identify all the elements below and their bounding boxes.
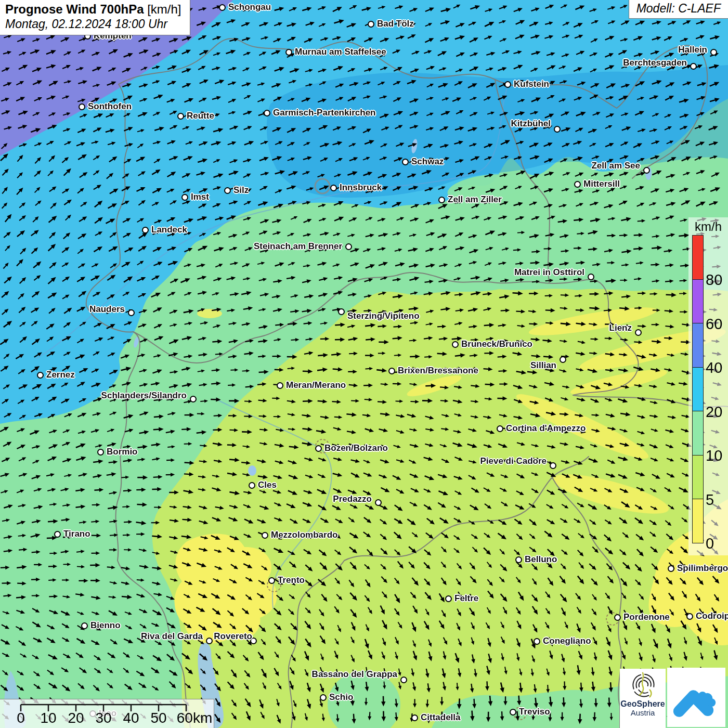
wind-arrow [393,109,404,116]
wind-arrow [638,652,644,662]
wind-arrow [181,67,192,74]
wind-arrow [106,293,116,301]
wind-arrow [320,516,330,524]
wind-arrow [666,472,676,479]
wind-arrow [198,592,209,600]
wind-arrow [230,712,238,721]
wind-arrow [711,575,721,585]
city-label: Sillian [530,360,556,371]
wind-arrow [468,459,477,465]
wind-arrow [545,278,553,282]
wind-arrow [603,503,613,511]
wind-arrow [666,173,676,179]
wind-arrow [1,186,9,195]
city-label: Riva del Garda [141,631,203,642]
wind-arrow [33,96,43,103]
wind-arrow [634,340,643,344]
wind-arrow [215,505,225,511]
wind-arrow [271,82,282,89]
wind-arrow [79,579,88,583]
wind-arrow [198,6,207,12]
wind-arrow [275,698,281,707]
wind-arrow [244,351,254,356]
wind-arrow [183,593,191,599]
wind-arrow [454,385,463,389]
model-label: Modell: C-LAEF [629,0,728,19]
wind-arrow [544,170,555,177]
wind-arrow [244,711,252,722]
wind-arrow [604,592,612,600]
wind-arrow [606,625,613,633]
wind-arrow [62,127,71,133]
wind-arrow [305,68,314,73]
wind-arrow [497,66,507,72]
wind-arrow [93,169,101,176]
wind-arrow [64,473,72,478]
wind-arrow [471,399,479,404]
wind-arrow [467,126,478,133]
wind-arrow [184,472,194,476]
wind-arrow [228,578,238,585]
wind-arrow [106,172,115,180]
wind-arrow [501,246,510,252]
wind-arrow [558,575,567,585]
wind-arrow [632,141,643,149]
wind-arrow [664,125,673,132]
wind-arrow [607,458,616,465]
wind-arrow [512,351,523,357]
wind-arrow [696,168,706,175]
wind-arrow [486,638,492,647]
wind-arrow [181,48,192,56]
wind-arrow [63,563,71,566]
wind-arrow [272,562,283,572]
wind-arrow [287,140,296,147]
wind-arrow [320,337,330,341]
wind-arrow [544,396,554,403]
wind-arrow [19,335,29,344]
wind-arrow [617,397,629,404]
wind-arrow [319,231,329,237]
wind-arrow [483,532,491,539]
wind-arrow [212,474,220,478]
wind-arrow [515,169,526,176]
wind-arrow [166,139,176,146]
wind-arrow [31,578,40,582]
wind-arrow [680,199,691,207]
wind-arrow [439,125,449,133]
wind-arrow [273,622,283,632]
wind-arrow [652,215,660,221]
wind-arrow [543,141,553,148]
wind-arrow [679,233,690,239]
wind-arrow [288,680,295,691]
wind-arrow [575,294,583,298]
wind-arrow [394,652,399,660]
wind-arrow [576,351,586,357]
wind-arrow [181,366,191,372]
wind-arrow [563,681,567,690]
wind-arrow [227,471,238,477]
wind-arrow [439,263,449,268]
wind-arrow [166,215,176,223]
wind-arrow [48,681,59,691]
wind-arrow [637,396,646,402]
wind-arrow [136,275,147,282]
wind-arrow [392,293,403,299]
wind-arrow [241,460,251,465]
wind-arrow [666,139,674,145]
wind-arrow [332,140,343,147]
wind-arrow [589,532,599,541]
wind-arrow [198,202,207,210]
wind-arrow [139,623,147,630]
wind-arrow [241,290,252,297]
wind-arrow [123,458,133,464]
wind-arrow [544,20,553,26]
wind-arrow [334,173,342,178]
wind-arrow [664,35,673,42]
wind-arrow [531,215,540,222]
wind-arrow [396,413,406,419]
wind-arrow [409,427,418,432]
wind-arrow [454,263,462,268]
wind-arrow [695,34,705,41]
wind-arrow [515,261,524,266]
wind-arrow [637,127,646,133]
